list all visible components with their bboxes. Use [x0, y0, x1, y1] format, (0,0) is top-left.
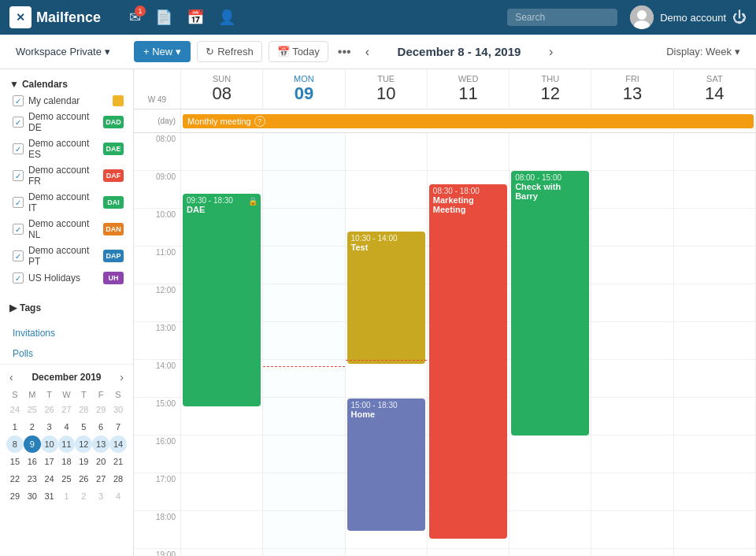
mini-cal-day[interactable]: 24	[41, 470, 58, 487]
day-cell[interactable]	[674, 511, 755, 549]
next-week-button[interactable]: ›	[544, 42, 558, 62]
day-cell[interactable]	[263, 133, 344, 171]
day-cell[interactable]	[510, 473, 591, 511]
mini-cal-day[interactable]: 3	[92, 487, 109, 505]
day-cell[interactable]	[263, 511, 344, 549]
mini-cal-day[interactable]: 26	[75, 470, 92, 487]
mini-cal-day[interactable]: 2	[75, 487, 92, 505]
day-cell[interactable]	[181, 473, 262, 511]
tags-header[interactable]: ▶ Tags	[0, 299, 133, 317]
mini-cal-day[interactable]: 17	[41, 453, 58, 470]
day-cell[interactable]	[591, 209, 673, 246]
search-input[interactable]	[507, 9, 617, 26]
mini-cal-next[interactable]: ›	[117, 371, 127, 384]
polls-link[interactable]: Polls	[0, 343, 133, 364]
de-checkbox[interactable]	[13, 117, 24, 128]
day-cell[interactable]	[346, 360, 427, 398]
day-cell[interactable]	[674, 209, 755, 246]
day-cell[interactable]	[591, 284, 673, 322]
day-cell[interactable]	[674, 360, 755, 398]
day-cell[interactable]	[510, 511, 591, 549]
mini-cal-day[interactable]: 3	[41, 418, 58, 436]
day-cell[interactable]	[591, 436, 673, 473]
my-calendar-checkbox[interactable]	[13, 95, 24, 106]
mini-cal-day[interactable]: 29	[6, 487, 24, 505]
invitations-link[interactable]: Invitations	[0, 323, 133, 343]
day-cell[interactable]	[591, 171, 673, 209]
day-cell[interactable]	[591, 360, 673, 398]
mini-cal-day[interactable]: 7	[109, 418, 127, 436]
day-cell[interactable]	[346, 171, 427, 209]
day-cell[interactable]	[428, 133, 509, 171]
it-checkbox[interactable]	[13, 197, 24, 208]
mini-cal-day[interactable]: 19	[75, 453, 92, 470]
day-cell[interactable]	[181, 549, 262, 556]
prev-week-button[interactable]: ‹	[361, 42, 374, 62]
logo[interactable]: ✕ Mailfence	[9, 6, 101, 28]
mini-cal-day[interactable]: 15	[6, 453, 24, 470]
mini-cal-day[interactable]: 16	[24, 453, 41, 470]
day-cell[interactable]	[428, 549, 509, 556]
pt-checkbox[interactable]	[13, 250, 24, 261]
day-cell[interactable]	[510, 549, 591, 556]
mini-cal-day[interactable]: 25	[58, 470, 76, 487]
day-cell[interactable]	[591, 246, 673, 284]
mini-cal-day[interactable]: 25	[24, 401, 41, 418]
calendar-item-de[interactable]: Demo account DE DAD	[0, 109, 133, 135]
day-cell[interactable]	[263, 322, 344, 360]
mini-cal-day[interactable]: 29	[92, 401, 109, 418]
mini-cal-day[interactable]: 26	[41, 401, 58, 418]
mini-cal-day[interactable]: 8	[6, 436, 24, 453]
day-col-1[interactable]	[263, 133, 345, 556]
day-cell[interactable]	[674, 133, 755, 171]
day-cell[interactable]	[181, 436, 262, 473]
es-checkbox[interactable]	[13, 143, 24, 154]
day-cell[interactable]	[510, 436, 591, 473]
mini-cal-day[interactable]: 21	[109, 453, 127, 470]
event-evt4[interactable]: 08:30 - 18:00Marketing Meeting	[429, 184, 507, 539]
event-evt2[interactable]: 10:30 - 14:00Test	[347, 232, 425, 364]
day-col-6[interactable]	[674, 133, 756, 556]
mini-cal-day[interactable]: 12	[75, 436, 92, 453]
calendar-icon[interactable]: 📅	[187, 9, 204, 26]
day-cell[interactable]	[674, 398, 755, 436]
mini-cal-day[interactable]: 1	[58, 487, 76, 505]
mini-cal-day[interactable]: 9	[24, 436, 41, 453]
mini-cal-day[interactable]: 6	[92, 418, 109, 436]
mini-cal-day[interactable]: 1	[6, 418, 24, 436]
day-col-3[interactable]: 08:30 - 18:00Marketing Meeting	[428, 133, 510, 556]
mini-cal-day[interactable]: 23	[24, 470, 41, 487]
day-cell[interactable]	[510, 133, 591, 171]
power-button[interactable]: ⏻	[732, 9, 747, 26]
day-cell[interactable]	[674, 171, 755, 209]
calendar-item-pt[interactable]: Demo account PT DAP	[0, 243, 133, 269]
mini-cal-day[interactable]: 4	[58, 418, 76, 436]
new-button[interactable]: + New ▾	[134, 41, 191, 62]
day-cell[interactable]	[263, 473, 344, 511]
day-cell[interactable]	[263, 246, 344, 284]
day-cell[interactable]	[591, 511, 673, 549]
mini-cal-day[interactable]: 2	[24, 418, 41, 436]
ush-checkbox[interactable]	[13, 272, 24, 284]
event-evt5[interactable]: 08:00 - 15:00Check with Barry	[511, 171, 589, 436]
mini-cal-day[interactable]: 13	[92, 436, 109, 453]
day-cell[interactable]	[181, 133, 262, 171]
day-cell[interactable]	[263, 284, 344, 322]
day-cell[interactable]	[263, 398, 344, 436]
mini-cal-day[interactable]: 22	[6, 470, 24, 487]
mini-cal-day[interactable]: 28	[75, 401, 92, 418]
nl-checkbox[interactable]	[13, 224, 24, 235]
today-button[interactable]: 📅 Today	[269, 41, 328, 62]
day-col-0[interactable]: 09:30 - 18:30DAE🔒	[181, 133, 263, 556]
calendars-header[interactable]: ▼ Calendars	[0, 76, 133, 93]
calendar-item-my[interactable]: My calendar	[0, 93, 133, 109]
workspace-selector[interactable]: Workspace Private ▾	[9, 43, 128, 61]
mini-cal-prev[interactable]: ‹	[6, 371, 17, 384]
mini-cal-day[interactable]: 31	[41, 487, 58, 505]
mail-icon[interactable]: ✉ 1	[129, 9, 141, 26]
day-col-5[interactable]	[591, 133, 673, 556]
contacts-icon[interactable]: 👤	[218, 9, 235, 26]
mini-cal-day[interactable]: 20	[92, 453, 109, 470]
mini-cal-day[interactable]: 30	[109, 401, 127, 418]
display-selector[interactable]: Display: Week ▾	[660, 43, 747, 61]
